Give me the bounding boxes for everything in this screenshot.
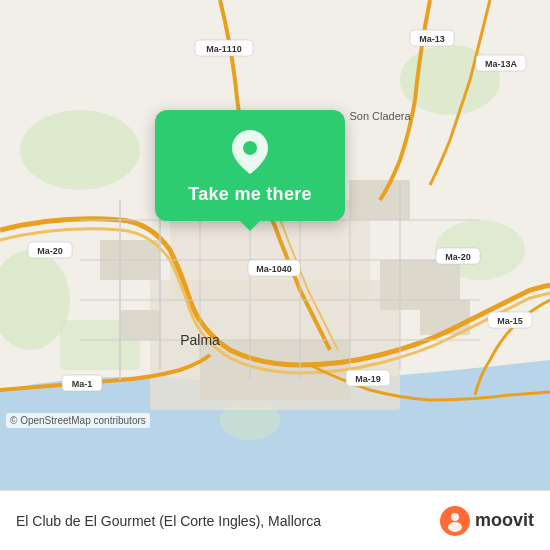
svg-text:Ma-1040: Ma-1040 xyxy=(256,264,292,274)
svg-text:Palma: Palma xyxy=(180,332,220,348)
moovit-brand-text: moovit xyxy=(475,510,534,531)
svg-text:Ma-15: Ma-15 xyxy=(497,316,523,326)
bottom-bar: El Club de El Gourmet (El Corte Ingles),… xyxy=(0,490,550,550)
svg-text:Ma-13A: Ma-13A xyxy=(485,59,518,69)
svg-point-51 xyxy=(448,522,462,532)
svg-text:Ma-20: Ma-20 xyxy=(445,252,471,262)
svg-rect-11 xyxy=(120,310,160,340)
svg-point-49 xyxy=(243,141,257,155)
popup-card: Take me there xyxy=(155,110,345,221)
svg-text:Son Cladera: Son Cladera xyxy=(349,110,411,122)
svg-text:Ma-20: Ma-20 xyxy=(37,246,63,256)
location-pin-icon xyxy=(232,130,268,174)
moovit-logo: moovit xyxy=(439,505,534,537)
svg-point-1 xyxy=(20,110,140,190)
svg-text:Ma-1: Ma-1 xyxy=(72,379,93,389)
svg-text:Ma-13: Ma-13 xyxy=(419,34,445,44)
location-label: El Club de El Gourmet (El Corte Ingles),… xyxy=(16,513,321,529)
map-container: Ma-1110 Ma-13 Ma-13A Ma-20 Ma-20 Ma-20 M… xyxy=(0,0,550,490)
svg-text:Ma-19: Ma-19 xyxy=(355,374,381,384)
map-attribution: © OpenStreetMap contributors xyxy=(6,413,150,428)
moovit-icon xyxy=(439,505,471,537)
svg-point-52 xyxy=(451,513,459,521)
svg-text:Ma-1110: Ma-1110 xyxy=(206,44,242,54)
take-me-there-button[interactable]: Take me there xyxy=(188,184,312,205)
